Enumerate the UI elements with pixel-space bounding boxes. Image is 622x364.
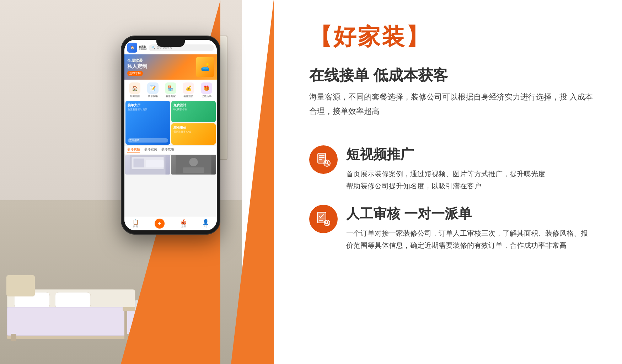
nav-icon-quote[interactable]: 💰 装修报价 — [183, 82, 194, 98]
phone-nav-icons: 🏠 案例美图 📝 装修攻略 🏪 装修商家 💰 装修报价 🎁 优惠活 — [124, 80, 217, 101]
banner-title: 私人定制 — [127, 63, 193, 69]
nav-icon-cases[interactable]: 🏠 案例美图 — [129, 82, 140, 98]
card-free-design[interactable]: 免费设计 0元获取名额 — [171, 101, 216, 122]
svg-rect-5 — [7, 307, 135, 336]
feature-icon-audit — [309, 205, 338, 233]
nav-icon-merchants[interactable]: 🏪 装修商家 — [165, 82, 176, 98]
feature-video-text: 短视频推广 首页展示装修案例，通过短视频、图片等方式推广，提升曝光度 帮助装修公… — [346, 145, 601, 192]
nav-icon-strategy[interactable]: 📝 装修攻略 — [147, 82, 159, 98]
feature-short-video: 短视频推广 首页展示装修案例，通过短视频、图片等方式推广，提升曝光度 帮助装修公… — [309, 145, 601, 192]
right-content-panel: 【好家装】 在线接单 低成本获客 海量客源，不同的套餐选择，装修公司可以根据自身… — [281, 0, 622, 364]
svg-rect-16 — [134, 159, 144, 167]
svg-rect-4 — [6, 275, 35, 296]
room-bed-svg — [4, 264, 139, 343]
card-precise-quote[interactable]: 精准报价 我家装修多少钱 — [171, 123, 216, 145]
headline-desc: 海量客源，不同的套餐选择，装修公司可以根据自身经济实力进行选择，投 入成本合理，… — [309, 90, 601, 118]
feature-video-desc: 首页展示装修案例，通过短视频、图片等方式推广，提升曝光度 帮助装修公司提升知名度… — [346, 168, 601, 192]
svg-rect-17 — [146, 160, 164, 167]
phone-logo: 🏠 — [127, 43, 137, 53]
tab-video[interactable]: 装修视频 — [127, 147, 140, 152]
svg-rect-3 — [55, 292, 91, 308]
bottom-nav-me[interactable]: 👤 我 — [203, 219, 209, 228]
phone-banner: 全屋软装 私人定制 立即了解 🛋️ — [124, 54, 217, 80]
phone-bottom-nav: 📋 案例 + 🎪 活动 👤 我 — [124, 216, 217, 230]
phone-photo-grid — [124, 154, 217, 175]
banner-sofa-image: 🛋️ — [196, 57, 214, 77]
phone-content-tabs: 装修视频 装修案例 装修攻略 — [124, 146, 217, 154]
feature-audit-text: 人工审核 一对一派单 一个订单对接一家装修公司，订单人工审核三次，了解其面积、装… — [346, 205, 601, 251]
svg-point-19 — [189, 158, 198, 166]
feature-icon-video — [309, 145, 338, 174]
banner-text: 全屋软装 私人定制 立即了解 — [127, 58, 193, 76]
nav-icon-activity[interactable]: 🎁 优惠活动 — [201, 82, 212, 98]
svg-rect-20 — [183, 167, 204, 173]
card-order-hall[interactable]: 接单大厅 业主装修实时更新 立即接单 — [125, 101, 170, 145]
photo-item-2 — [171, 155, 216, 175]
main-title: 【好家装】 — [309, 21, 601, 52]
tab-cases[interactable]: 装修案例 — [144, 147, 157, 152]
banner-badge: 全屋软装 — [127, 58, 193, 63]
headline-title: 在线接单 低成本获客 — [309, 66, 601, 84]
tab-tips[interactable]: 装修攻略 — [161, 147, 174, 152]
feature-video-title: 短视频推广 — [346, 145, 601, 164]
svg-rect-6 — [11, 334, 16, 341]
phone-screen: 🏠 好家装 装修首选 🔍 关键词搜索 全屋软装 私人定制 立即了解 � — [124, 40, 217, 230]
feature-audit-desc: 一个订单对接一家装修公司，订单人工审核三次，了解其面积、装修风格、报 价范围等具… — [346, 227, 601, 251]
order-hall-button[interactable]: 立即接单 — [128, 138, 168, 143]
bottom-nav-add[interactable]: + — [155, 219, 165, 229]
banner-button[interactable]: 立即了解 — [127, 71, 143, 76]
bottom-nav-activity[interactable]: 🎪 活动 — [181, 219, 187, 228]
photo-item-1 — [125, 155, 170, 175]
phone-frame: 🏠 好家装 装修首选 🔍 关键词搜索 全屋软装 私人定制 立即了解 � — [121, 36, 220, 235]
phone-notch — [156, 40, 185, 47]
phone-cards: 接单大厅 业主装修实时更新 立即接单 免费设计 0元获取名额 精准报价 我家装修… — [124, 101, 217, 146]
bottom-nav-cases[interactable]: 📋 案例 — [133, 219, 139, 228]
feature-audit-title: 人工审核 一对一派单 — [346, 205, 601, 223]
phone-mockup: 🏠 好家装 装修首选 🔍 关键词搜索 全屋软装 私人定制 立即了解 � — [121, 36, 227, 235]
headline-section: 在线接单 低成本获客 海量客源，不同的套餐选择，装修公司可以根据自身经济实力进行… — [309, 66, 601, 133]
feature-audit: 人工审核 一对一派单 一个订单对接一家装修公司，订单人工审核三次，了解其面积、装… — [309, 205, 601, 251]
